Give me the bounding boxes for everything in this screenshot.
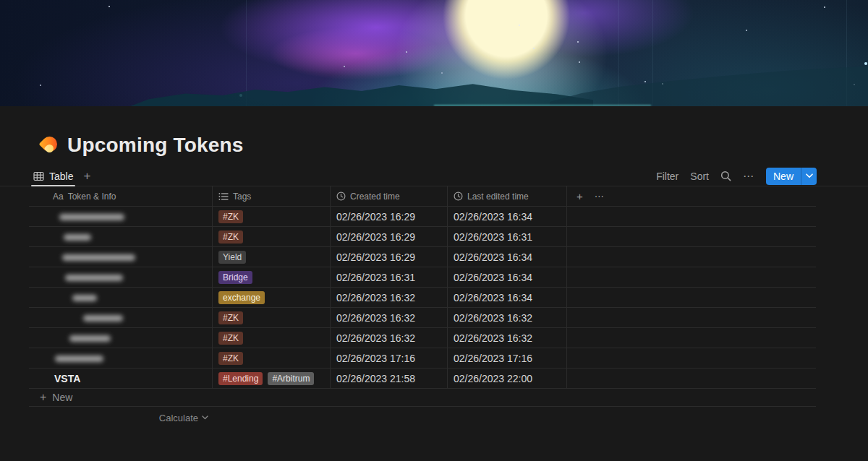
row-filler xyxy=(567,288,816,307)
tags-cell[interactable]: #ZK xyxy=(213,227,331,246)
tags-cell[interactable]: Bridge xyxy=(213,267,331,287)
page-cover-image xyxy=(0,0,868,106)
token-name-cell[interactable] xyxy=(29,288,213,307)
created-time-cell[interactable]: 02/26/2023 16:32 xyxy=(331,328,448,348)
tags-cell[interactable]: #ZK xyxy=(213,308,331,327)
tab-table-label: Table xyxy=(49,171,73,182)
last-edited-time-cell[interactable]: 02/26/2023 16:34 xyxy=(448,247,567,267)
token-name-cell[interactable] xyxy=(29,267,213,287)
table-row[interactable]: #ZK02/26/2023 16:3202/26/2023 16:32 xyxy=(29,328,816,348)
column-header-token-info[interactable]: Aa Token & Info xyxy=(29,186,213,206)
table-row[interactable]: #ZK02/26/2023 16:3202/26/2023 16:32 xyxy=(29,308,816,328)
table-more-icon[interactable]: ⋯ xyxy=(595,191,605,202)
last-edited-time-cell[interactable]: 02/26/2023 16:32 xyxy=(448,328,567,348)
table-row[interactable]: #ZK02/26/2023 16:2902/26/2023 16:31 xyxy=(29,227,816,247)
created-time-cell[interactable]: 02/26/2023 17:16 xyxy=(331,348,448,368)
last-edited-time-value: 02/26/2023 16:34 xyxy=(454,272,532,283)
token-name-cell[interactable] xyxy=(29,247,213,267)
last-edited-time-cell[interactable]: 02/26/2023 16:34 xyxy=(448,288,567,307)
created-time-cell[interactable]: 02/26/2023 21:58 xyxy=(331,369,448,388)
tags-cell[interactable]: #ZK xyxy=(213,348,331,368)
tags-cell[interactable]: Yield xyxy=(213,247,331,267)
last-edited-time-value: 02/26/2023 16:34 xyxy=(454,251,532,263)
last-edited-time-cell[interactable]: 02/26/2023 16:34 xyxy=(448,267,567,287)
created-time-value: 02/26/2023 16:29 xyxy=(336,211,415,223)
token-name-cell[interactable] xyxy=(29,308,213,327)
table-body: #ZK02/26/2023 16:2902/26/2023 16:34#ZK02… xyxy=(29,207,816,389)
created-time-cell[interactable]: 02/26/2023 16:29 xyxy=(331,207,448,226)
created-time-value: 02/26/2023 16:32 xyxy=(336,332,415,344)
token-name-cell[interactable] xyxy=(29,348,213,368)
active-tab-underline xyxy=(31,185,75,186)
created-time-cell[interactable]: 02/26/2023 16:32 xyxy=(331,288,448,307)
redacted-token-name xyxy=(65,275,123,281)
tags-cell[interactable]: #Lending#Arbitrum xyxy=(213,369,331,388)
last-edited-time-cell[interactable]: 02/26/2023 16:31 xyxy=(448,227,567,246)
add-view-button[interactable]: + xyxy=(83,170,90,182)
tags-cell[interactable]: exchange xyxy=(213,288,331,307)
created-time-cell[interactable]: 02/26/2023 16:29 xyxy=(331,247,448,267)
tags-cell[interactable]: #ZK xyxy=(213,328,331,348)
column-header-created-time[interactable]: Created time xyxy=(331,186,448,206)
toolbar-actions: Filter Sort ⋯ New xyxy=(656,168,817,185)
row-filler xyxy=(567,267,816,287)
column-header-tags[interactable]: Tags xyxy=(213,186,331,206)
column-label: Token & Info xyxy=(68,191,116,202)
table-row[interactable]: Yield02/26/2023 16:2902/26/2023 16:34 xyxy=(29,247,816,267)
last-edited-time-cell[interactable]: 02/26/2023 16:34 xyxy=(448,207,567,226)
column-label: Last edited time xyxy=(467,191,529,202)
last-edited-time-value: 02/26/2023 16:32 xyxy=(454,312,532,324)
new-row-button[interactable]: + New xyxy=(29,389,816,407)
new-button[interactable]: New xyxy=(766,168,817,185)
row-filler xyxy=(567,369,816,388)
page-header: Upcoming Tokens xyxy=(40,134,868,157)
token-name-cell[interactable]: VSTA xyxy=(29,369,213,388)
redacted-token-name xyxy=(59,214,124,220)
row-filler xyxy=(567,207,816,226)
add-column-button[interactable]: + xyxy=(576,190,583,202)
token-name: VSTA xyxy=(54,373,80,384)
view-toolbar: Table + Filter Sort ⋯ New xyxy=(0,166,868,186)
created-time-value: 02/26/2023 16:29 xyxy=(336,231,415,243)
token-name-cell[interactable] xyxy=(29,227,213,246)
redacted-token-name xyxy=(69,335,111,342)
cover-mountains xyxy=(130,74,593,106)
last-edited-time-value: 02/26/2023 17:16 xyxy=(454,353,532,364)
row-filler xyxy=(567,348,816,368)
last-edited-time-cell[interactable]: 02/26/2023 17:16 xyxy=(448,348,567,368)
tag-chip: #Arbitrum xyxy=(268,372,314,385)
table-footer: Calculate xyxy=(29,407,816,428)
tag-chip: #ZK xyxy=(218,210,243,223)
row-filler xyxy=(567,308,816,327)
filter-button[interactable]: Filter xyxy=(656,171,678,182)
last-edited-time-cell[interactable]: 02/26/2023 22:00 xyxy=(448,369,567,388)
table-row[interactable]: VSTA#Lending#Arbitrum02/26/2023 21:5802/… xyxy=(29,369,816,389)
more-options-icon[interactable]: ⋯ xyxy=(743,170,754,183)
last-edited-time-value: 02/26/2023 16:34 xyxy=(454,211,532,223)
created-time-value: 02/26/2023 17:16 xyxy=(336,353,415,364)
chevron-down-icon[interactable] xyxy=(801,168,817,185)
calculate-button[interactable]: Calculate xyxy=(29,413,213,423)
tags-cell[interactable]: #ZK xyxy=(213,207,331,226)
last-edited-time-cell[interactable]: 02/26/2023 16:32 xyxy=(448,308,567,327)
table-row[interactable]: #ZK02/26/2023 17:1602/26/2023 17:16 xyxy=(29,348,816,369)
new-button-label[interactable]: New xyxy=(766,168,801,185)
sort-button[interactable]: Sort xyxy=(690,171,709,182)
tab-table-view[interactable]: Table xyxy=(33,166,73,186)
tag-chip: #Lending xyxy=(218,372,263,385)
created-time-cell[interactable]: 02/26/2023 16:32 xyxy=(331,308,448,327)
created-time-cell[interactable]: 02/26/2023 16:29 xyxy=(331,227,448,246)
token-name-cell[interactable] xyxy=(29,207,213,226)
page-title[interactable]: Upcoming Tokens xyxy=(67,134,244,157)
row-filler xyxy=(567,328,816,348)
cover-streak xyxy=(246,0,247,106)
search-icon[interactable] xyxy=(720,171,731,181)
table-row[interactable]: Bridge02/26/2023 16:3102/26/2023 16:34 xyxy=(29,267,816,288)
calculate-label: Calculate xyxy=(159,413,198,423)
token-name-cell[interactable] xyxy=(29,328,213,348)
column-header-last-edited-time[interactable]: Last edited time xyxy=(448,186,567,206)
table-row[interactable]: exchange02/26/2023 16:3202/26/2023 16:34 xyxy=(29,288,816,308)
created-time-value: 02/26/2023 16:29 xyxy=(336,251,415,263)
created-time-cell[interactable]: 02/26/2023 16:31 xyxy=(331,267,448,287)
table-row[interactable]: #ZK02/26/2023 16:2902/26/2023 16:34 xyxy=(29,207,816,227)
